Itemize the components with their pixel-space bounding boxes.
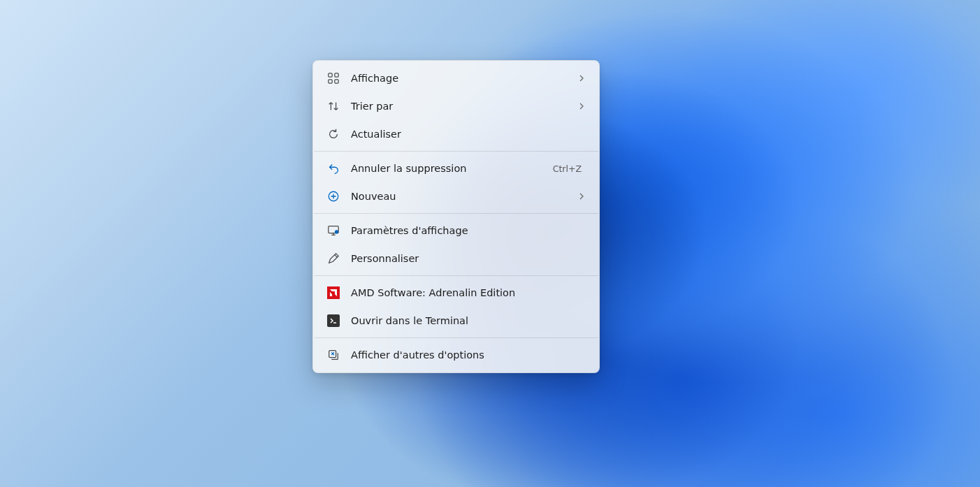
menu-item-undo[interactable]: Annuler la suppression Ctrl+Z xyxy=(317,154,596,182)
menu-item-show-more-options[interactable]: Afficher d'autres d'options xyxy=(317,341,596,369)
amd-icon xyxy=(326,286,340,300)
chevron-right-icon xyxy=(577,103,586,110)
svg-rect-0 xyxy=(329,73,332,77)
menu-item-display-settings[interactable]: Paramètres d'affichage xyxy=(317,217,596,245)
menu-item-label: Afficher d'autres d'options xyxy=(351,349,586,361)
menu-separator xyxy=(314,151,598,152)
menu-item-label: Annuler la suppression xyxy=(351,163,553,174)
menu-separator xyxy=(314,275,598,276)
desktop-wallpaper[interactable]: Affichage Trier par xyxy=(0,0,980,487)
chevron-right-icon xyxy=(577,193,586,200)
svg-rect-1 xyxy=(335,73,338,77)
new-icon xyxy=(326,189,340,203)
menu-item-label: Affichage xyxy=(351,73,577,84)
menu-item-view[interactable]: Affichage xyxy=(317,64,596,92)
menu-item-label: AMD Software: Adrenalin Edition xyxy=(351,287,586,298)
menu-separator xyxy=(314,337,598,338)
more-options-icon xyxy=(326,348,340,362)
view-icon xyxy=(326,71,340,85)
refresh-icon xyxy=(326,127,340,141)
personalize-icon xyxy=(326,252,340,266)
sort-icon xyxy=(326,99,340,113)
menu-item-label: Trier par xyxy=(351,101,577,112)
menu-item-label: Personnaliser xyxy=(351,253,586,264)
svg-rect-2 xyxy=(329,80,332,83)
menu-separator xyxy=(314,213,598,214)
menu-item-new[interactable]: Nouveau xyxy=(317,182,596,210)
display-settings-icon xyxy=(326,224,340,238)
menu-item-sort[interactable]: Trier par xyxy=(317,92,596,120)
menu-item-label: Paramètres d'affichage xyxy=(351,225,586,236)
svg-rect-3 xyxy=(335,80,338,83)
menu-item-label: Nouveau xyxy=(351,191,577,202)
svg-point-6 xyxy=(336,231,338,233)
menu-item-refresh[interactable]: Actualiser xyxy=(317,120,596,148)
menu-item-personalize[interactable]: Personnaliser xyxy=(317,245,596,272)
terminal-icon xyxy=(326,314,340,328)
chevron-right-icon xyxy=(577,75,586,82)
menu-item-shortcut: Ctrl+Z xyxy=(553,163,582,174)
desktop-context-menu: Affichage Trier par xyxy=(312,60,600,373)
menu-item-open-terminal[interactable]: Ouvrir dans le Terminal xyxy=(317,307,596,335)
menu-item-label: Ouvrir dans le Terminal xyxy=(351,315,586,326)
menu-item-label: Actualiser xyxy=(351,129,586,140)
menu-item-amd-software[interactable]: AMD Software: Adrenalin Edition xyxy=(317,279,596,307)
undo-icon xyxy=(326,161,340,175)
